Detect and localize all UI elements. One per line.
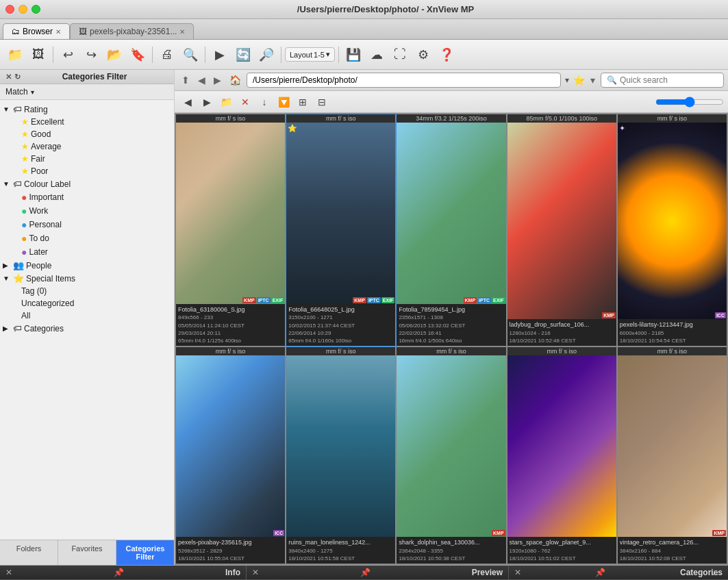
photo-cell-7[interactable]: mm f/ s iso KMP shark_dolphin_sea_130036… xyxy=(397,347,505,564)
tree-fair[interactable]: ★ Fair xyxy=(0,153,174,165)
titlebar: /Users/pierre/Desktop/photo/ - XnView MP xyxy=(0,0,728,19)
refresh-icon[interactable]: ↻ xyxy=(14,73,21,81)
zoom-slider-container xyxy=(655,97,724,108)
new-folder-button[interactable]: 📂 xyxy=(103,44,125,66)
zoom-slider[interactable] xyxy=(655,97,724,108)
tree-poor[interactable]: ★ Poor xyxy=(0,165,174,177)
photo-cell-6[interactable]: mm f/ s iso ruins_man_loneliness_1242...… xyxy=(286,347,395,564)
favorite-star-icon[interactable]: ⭐ xyxy=(573,75,585,86)
close-button[interactable] xyxy=(5,5,14,14)
tab-browser-close[interactable]: ✕ xyxy=(55,28,61,36)
tree-all[interactable]: All xyxy=(0,310,174,322)
tree-good[interactable]: ★ Good xyxy=(0,128,174,140)
photo-img-8 xyxy=(507,355,616,537)
bookmark-button[interactable]: 🔖 xyxy=(127,44,149,66)
tab-photo-icon: 🖼 xyxy=(79,27,87,36)
nav-back-addr-button[interactable]: ◀ xyxy=(195,73,208,87)
categories-group-label: Categories xyxy=(24,324,64,333)
work-label: Work xyxy=(29,206,48,216)
tree-categories-group[interactable]: ▶ 🏷 Categories xyxy=(0,322,174,335)
print-button[interactable]: 🖨 xyxy=(156,44,178,66)
address-dropdown-icon[interactable]: ▾ xyxy=(564,74,570,86)
main-toolbar: 📁 🖼 ↩ ↪ 📂 🔖 🖨 🔍 ▶ 🔄 🔎 Layout 1-5 ▾ 💾 ☁ ⛶… xyxy=(0,40,728,70)
tab-browser[interactable]: 🗂 Browser ✕ xyxy=(3,23,70,39)
settings-button[interactable]: ⚙ xyxy=(412,44,434,66)
home-icon[interactable]: 🏠 xyxy=(227,73,244,87)
tabs-bar: 🗂 Browser ✕ 🖼 pexels-pixabay-23561... ✕ xyxy=(0,19,728,40)
layout-button[interactable]: Layout 1-5 ▾ xyxy=(285,47,335,62)
tree-excellent[interactable]: ★ Excellent xyxy=(0,116,174,128)
maximize-button[interactable] xyxy=(32,5,40,14)
minimize-button[interactable] xyxy=(18,5,27,14)
new-folder2-button[interactable]: 📁 xyxy=(217,93,235,111)
tree-special-items-group[interactable]: ▼ ⭐ Special Items xyxy=(0,272,174,285)
fair-star-icon: ★ xyxy=(21,154,29,164)
photo-cell-8[interactable]: mm f/ s iso stars_space_glow_planet_9...… xyxy=(507,347,616,564)
excellent-star-icon: ★ xyxy=(21,117,29,127)
tree-people-group[interactable]: ▶ 👥 People xyxy=(0,259,174,272)
nav-forward-button[interactable]: ↪ xyxy=(80,44,102,66)
slideshow-button[interactable]: ▶ xyxy=(209,44,231,66)
photo-cell-9[interactable]: mm f/ s iso KMP vintage_retro_camera_126… xyxy=(618,347,727,564)
nav-back-button[interactable]: ↩ xyxy=(57,44,79,66)
photo-cell-0[interactable]: mm f/ s iso KMPIPTCEXIF Fotolia_63180006… xyxy=(176,114,285,346)
info-panel-pin[interactable]: 📌 xyxy=(114,568,124,577)
tree-work[interactable]: ● Work xyxy=(0,204,174,218)
nav-back2-button[interactable]: ◀ xyxy=(179,93,197,111)
help-button[interactable]: ❓ xyxy=(436,44,457,66)
match-dropdown-icon[interactable]: ▾ xyxy=(31,88,34,96)
preview-panel-close[interactable]: ✕ xyxy=(252,568,259,577)
fav-dropdown-icon[interactable]: ▾ xyxy=(588,73,598,87)
categories-group-icon: 🏷 xyxy=(13,323,22,333)
tree-personal[interactable]: ● Personal xyxy=(0,218,174,231)
photo-cell-2[interactable]: 34mm f/3.2 1/125s 200iso KMPIPTCEXIF Fot… xyxy=(397,114,505,346)
favorites-tab[interactable]: Favorites xyxy=(58,540,116,565)
categories-options-icon[interactable]: ⋯ xyxy=(712,568,723,580)
badge-kmp-1: KMP xyxy=(353,297,366,303)
tree-important[interactable]: ● Important xyxy=(0,190,174,204)
categories-panel-pin[interactable]: 📌 xyxy=(595,568,605,577)
average-label: Average xyxy=(31,142,61,151)
toolbar-separator-1 xyxy=(53,47,53,63)
tree-arrow-rating: ▼ xyxy=(3,105,11,113)
tab-photo-close[interactable]: ✕ xyxy=(179,28,185,36)
tree-todo[interactable]: ● To do xyxy=(0,231,174,245)
grid-view-button[interactable]: ⊟ xyxy=(313,93,331,111)
photo-cell-4[interactable]: mm f/ s iso ✦ ICC pexels-lilartsy-121344… xyxy=(618,114,727,346)
tree-colour-label-group[interactable]: ▼ 🏷 Colour Label xyxy=(0,177,174,190)
delete-button[interactable]: ✕ xyxy=(236,93,254,111)
tree-rating-group[interactable]: ▼ 🏷 Rating xyxy=(0,103,174,116)
tree-later[interactable]: ● Later xyxy=(0,245,174,259)
photo-cell-5[interactable]: mm f/ s iso ICC pexels-pixabay-235615.jp… xyxy=(176,347,285,564)
pin-icon[interactable]: ✕ xyxy=(5,73,12,81)
address-input[interactable] xyxy=(247,73,561,88)
view-options-button[interactable]: ⊞ xyxy=(294,93,312,111)
secondary-toolbar: ◀ ▶ 📁 ✕ ↓ 🔽 ⊞ ⊟ xyxy=(175,91,728,113)
photo-cell-1[interactable]: mm f/ s iso ⭐ KMPIPTCEXIF Fotolia_666480… xyxy=(286,114,395,346)
poor-star-icon: ★ xyxy=(21,166,29,176)
tree-average[interactable]: ★ Average xyxy=(0,140,174,153)
fullscreen-button[interactable]: ⛶ xyxy=(389,44,411,66)
filter-button[interactable]: 🔽 xyxy=(275,93,292,111)
nav-forward2-button[interactable]: ▶ xyxy=(198,93,216,111)
rotate-button[interactable]: 🔄 xyxy=(232,44,254,66)
tab-photo[interactable]: 🖼 pexels-pixabay-23561... ✕ xyxy=(70,23,194,39)
folders-tab[interactable]: Folders xyxy=(0,540,58,565)
thumbnails-button[interactable]: 🖼 xyxy=(27,44,49,66)
magnify-button[interactable]: 🔎 xyxy=(255,44,277,66)
tree-uncategorized[interactable]: Uncategorized xyxy=(0,297,174,310)
tree-tag[interactable]: Tag (0) xyxy=(0,285,174,297)
export-button[interactable]: 💾 xyxy=(342,44,364,66)
up-folder-icon[interactable]: ⬆ xyxy=(179,73,192,87)
categories-filter-tab[interactable]: Categories Filter xyxy=(116,540,174,565)
categories-panel-close[interactable]: ✕ xyxy=(514,568,521,577)
cloud-button[interactable]: ☁ xyxy=(366,44,388,66)
open-folder-button[interactable]: 📁 xyxy=(4,44,26,66)
photo-cell-3[interactable]: 85mm f/5.0 1/100s 100iso KMP ladybug_dro… xyxy=(507,114,616,346)
quick-search-input[interactable] xyxy=(620,75,709,85)
preview-panel-pin[interactable]: 📌 xyxy=(360,568,371,577)
move-button[interactable]: ↓ xyxy=(255,93,273,111)
nav-forward-addr-button[interactable]: ▶ xyxy=(211,73,224,87)
browse-button[interactable]: 🔍 xyxy=(179,44,201,66)
info-panel-close[interactable]: ✕ xyxy=(5,568,12,577)
